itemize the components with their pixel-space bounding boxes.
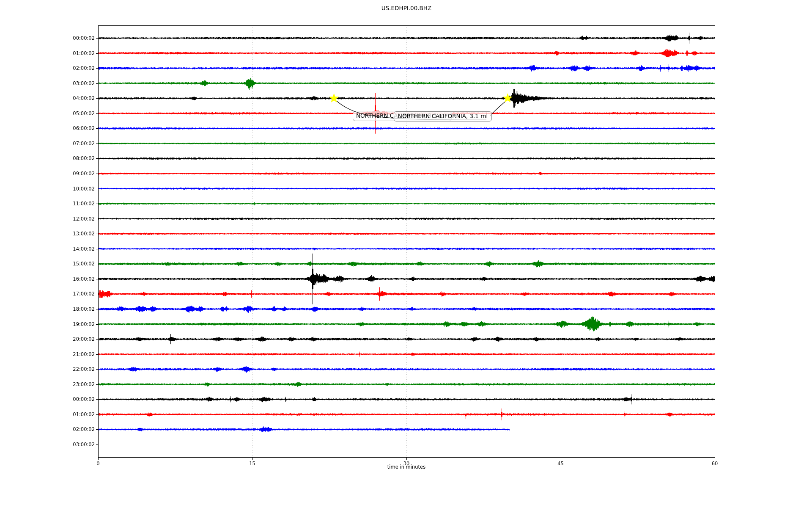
event-annotation-box-right: NORTHERN CALIFORNIA, 3.1 ml: [394, 111, 492, 121]
y-tick-label: 03:00:02: [0, 442, 95, 447]
x-tick-label: 30: [394, 461, 419, 467]
y-tick-label: 22:00:02: [0, 366, 95, 372]
y-tick-label: 04:00:02: [0, 95, 95, 101]
y-tick-label: 21:00:02: [0, 351, 95, 357]
y-tick-label: 18:00:02: [0, 306, 95, 312]
y-tick-label: 02:00:02: [0, 426, 95, 432]
y-tick-label: 15:00:02: [0, 261, 95, 267]
y-tick-label: 02:00:02: [0, 65, 95, 71]
y-tick-label: 13:00:02: [0, 231, 95, 237]
y-tick-label: 20:00:02: [0, 336, 95, 342]
y-tick-label: 11:00:02: [0, 201, 95, 207]
x-tick-label: 15: [240, 461, 265, 467]
y-tick-label: 06:00:02: [0, 125, 95, 131]
y-tick-label: 00:00:02: [0, 35, 95, 41]
y-tick-label: 07:00:02: [0, 141, 95, 146]
y-tick-label: 01:00:02: [0, 50, 95, 56]
seismogram-plot-canvas: [0, 0, 812, 508]
y-tick-label: 19:00:02: [0, 321, 95, 327]
x-tick-label: 60: [702, 461, 727, 467]
y-tick-label: 08:00:02: [0, 155, 95, 161]
y-tick-label: 17:00:02: [0, 291, 95, 297]
y-tick-label: 23:00:02: [0, 381, 95, 387]
y-tick-label: 05:00:02: [0, 110, 95, 116]
y-tick-label: 10:00:02: [0, 186, 95, 192]
y-tick-label: 14:00:02: [0, 246, 95, 252]
y-tick-label: 01:00:02: [0, 411, 95, 417]
chart-title: US.EDHPI.00.BHZ: [381, 5, 431, 11]
y-tick-label: 16:00:02: [0, 276, 95, 282]
y-tick-label: 03:00:02: [0, 80, 95, 86]
y-tick-label: 12:00:02: [0, 216, 95, 222]
x-tick-label: 0: [85, 461, 111, 467]
y-tick-label: 00:00:02: [0, 396, 95, 402]
y-tick-label: 09:00:02: [0, 171, 95, 177]
seismogram-figure: US.EDHPI.00.BHZ time in minutes 00:00:02…: [0, 0, 812, 508]
x-tick-label: 45: [548, 461, 573, 467]
